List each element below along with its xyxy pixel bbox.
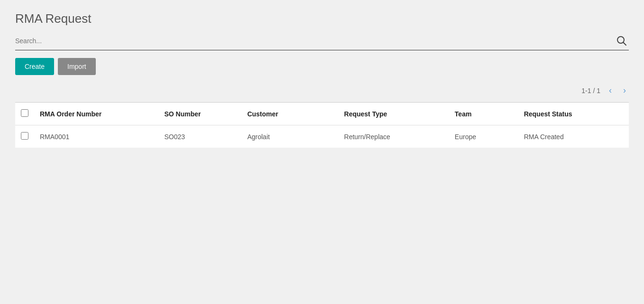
pagination-info: 1-1 / 1 — [581, 87, 600, 95]
cell-so-number: SO023 — [158, 125, 241, 148]
create-button[interactable]: Create — [15, 58, 54, 75]
col-header-request-status: Request Status — [518, 103, 629, 125]
pagination-prev-button[interactable]: ‹ — [606, 85, 615, 96]
select-all-checkbox[interactable] — [21, 109, 28, 117]
cell-request-type: Return/Replace — [339, 125, 449, 148]
cell-rma-order-number: RMA0001 — [34, 125, 158, 148]
col-header-so-number: SO Number — [158, 103, 241, 125]
table-row[interactable]: RMA0001SO023AgrolaitReturn/ReplaceEurope… — [15, 125, 629, 148]
import-button[interactable]: Import — [58, 58, 96, 75]
header-checkbox-cell — [15, 103, 34, 125]
cell-request-status: RMA Created — [518, 125, 629, 148]
toolbar: Create Import — [15, 58, 629, 75]
svg-line-1 — [624, 43, 626, 46]
table-section: RMA Order Number SO Number Customer Requ… — [15, 102, 629, 148]
search-input[interactable] — [15, 35, 615, 47]
search-bar — [15, 34, 629, 50]
rma-table: RMA Order Number SO Number Customer Requ… — [15, 103, 629, 148]
col-header-rma-order-number: RMA Order Number — [34, 103, 158, 125]
row-checkbox-cell — [15, 125, 34, 148]
cell-customer: Agrolait — [241, 125, 338, 148]
pagination-next-button[interactable]: › — [620, 85, 629, 96]
search-button[interactable] — [615, 34, 629, 48]
col-header-customer: Customer — [241, 103, 338, 125]
table-body: RMA0001SO023AgrolaitReturn/ReplaceEurope… — [15, 125, 629, 148]
col-header-team: Team — [449, 103, 518, 125]
row-checkbox[interactable] — [21, 132, 28, 140]
pagination-bar: 1-1 / 1 ‹ › — [15, 85, 629, 96]
page-title: RMA Request — [15, 11, 629, 26]
col-header-request-type: Request Type — [339, 103, 449, 125]
search-icon — [616, 36, 627, 46]
page-container: RMA Request Create Import 1-1 / 1 ‹ › — [0, 0, 644, 304]
table-header-row: RMA Order Number SO Number Customer Requ… — [15, 103, 629, 125]
cell-team: Europe — [449, 125, 518, 148]
